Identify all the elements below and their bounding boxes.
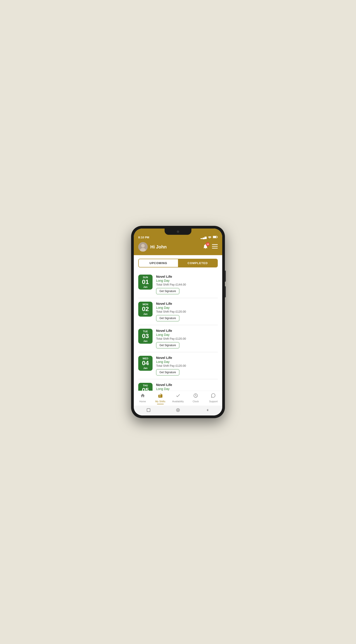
shift-company: Novel Life <box>156 302 218 306</box>
header: Hi John 19 <box>134 240 222 255</box>
date-badge: Sun 01 Jan <box>138 274 153 290</box>
shift-month: Jan <box>143 340 148 342</box>
wifi-icon <box>208 236 211 239</box>
notification-bell[interactable]: 19 <box>202 244 208 250</box>
shift-item: Mon 02 Jan Novel Life Long Day Total Shi… <box>138 298 218 325</box>
shift-num: 03 <box>142 333 149 340</box>
shift-details: Novel Life Long Day Total Shift Pay £120… <box>156 302 218 321</box>
shift-pay: Total Shift Pay £120.00 <box>156 310 218 313</box>
phone-screen: 8:10 PM ▂▄▆ <box>134 228 222 416</box>
tab-completed[interactable]: COMPLETED <box>178 259 217 267</box>
myshifts-icon <box>158 393 163 399</box>
nav-clock-label: Clock <box>192 400 199 403</box>
shift-details: Novel Life Long Day Total Shift Pay £120… <box>156 356 218 376</box>
clock-icon <box>193 393 198 399</box>
camera <box>177 230 179 233</box>
svg-point-4 <box>141 244 145 248</box>
shift-details: Novel Life Long Day Total Shift Pay £120… <box>156 329 218 348</box>
nav-myshifts-underline <box>157 404 164 404</box>
date-badge: Thu 05 Jan <box>138 383 153 391</box>
nav-support[interactable]: Support <box>204 393 222 404</box>
notch <box>165 228 191 235</box>
date-badge: Mon 02 Jan <box>138 302 153 317</box>
nav-support-label: Support <box>209 400 218 403</box>
avatar[interactable] <box>138 242 148 252</box>
svg-rect-10 <box>147 408 150 412</box>
nav-clock[interactable]: Clock <box>187 393 204 404</box>
nav-home-label: Home <box>139 400 146 403</box>
shifts-list: Sun 01 Jan Novel Life Long Day Total Shi… <box>134 271 222 391</box>
android-square[interactable] <box>146 408 151 412</box>
svg-rect-8 <box>212 248 218 249</box>
svg-rect-1 <box>213 236 216 238</box>
svg-point-12 <box>177 410 179 411</box>
shift-company: Novel Life <box>156 356 218 360</box>
shift-month: Jan <box>143 286 148 288</box>
shift-num: 04 <box>142 360 149 367</box>
status-time: 8:10 PM <box>138 236 149 239</box>
shift-pay: Total Shift Pay £120.00 <box>156 364 218 368</box>
shift-num: 05 <box>142 387 149 391</box>
svg-rect-2 <box>217 236 217 238</box>
shift-company: Novel Life <box>156 329 218 332</box>
status-icons: ▂▄▆ <box>200 236 218 239</box>
shift-details: Novel Life Long Day Total Shift Pay £120… <box>156 383 218 391</box>
shift-company: Novel Life <box>156 274 218 278</box>
android-home[interactable] <box>176 408 180 412</box>
menu-icon[interactable] <box>212 244 218 250</box>
shift-details: Novel Life Long Day Total Shift Pay £144… <box>156 274 218 294</box>
home-icon <box>140 393 145 399</box>
get-signature-button[interactable]: Get Signature <box>156 342 179 348</box>
get-signature-button[interactable]: Get Signature <box>156 369 179 376</box>
shift-item: Tue 03 Jan Novel Life Long Day Total Shi… <box>138 325 218 352</box>
date-badge: Tue 03 Jan <box>138 329 153 344</box>
bottom-nav: Home My Shifts Availability <box>134 391 222 406</box>
nav-home[interactable]: Home <box>134 393 152 404</box>
nav-myshifts[interactable]: My Shifts <box>152 393 169 404</box>
shift-item: Sun 01 Jan Novel Life Long Day Total Shi… <box>138 271 218 298</box>
shift-month: Jan <box>143 312 148 315</box>
nav-availability-label: Availability <box>172 400 184 403</box>
shift-num: 02 <box>142 306 149 312</box>
shift-num: 01 <box>142 278 149 286</box>
android-nav <box>134 406 222 416</box>
date-badge: Wed 04 Jan <box>138 356 153 371</box>
shift-type: Long Day <box>156 333 218 336</box>
tabs-container: UPCOMING COMPLETED <box>138 259 218 268</box>
shift-pay: Total Shift Pay £144.00 <box>156 283 218 286</box>
battery-icon <box>213 236 218 239</box>
greeting-text: Hi John <box>150 244 167 250</box>
header-right: 19 <box>202 244 218 250</box>
shift-type: Long Day <box>156 279 218 282</box>
phone-frame: 8:10 PM ▂▄▆ <box>131 226 225 418</box>
shift-type: Long Day <box>156 387 218 391</box>
shift-company: Novel Life <box>156 383 218 386</box>
shift-item: Thu 05 Jan Novel Life Long Day Total Shi… <box>138 379 218 391</box>
shift-item: Wed 04 Jan Novel Life Long Day Total Shi… <box>138 352 218 379</box>
get-signature-button[interactable]: Get Signature <box>156 288 179 294</box>
shift-type: Long Day <box>156 306 218 310</box>
tab-upcoming[interactable]: UPCOMING <box>139 259 178 267</box>
svg-rect-6 <box>212 244 218 245</box>
notification-count: 19 <box>206 242 210 246</box>
svg-rect-7 <box>212 246 218 247</box>
nav-myshifts-label: My Shifts <box>155 400 165 403</box>
header-left: Hi John <box>138 242 167 252</box>
nav-availability[interactable]: Availability <box>169 393 187 404</box>
shift-pay: Total Shift Pay £120.00 <box>156 337 218 340</box>
shift-type: Long Day <box>156 360 218 364</box>
signal-icon: ▂▄▆ <box>200 236 207 239</box>
availability-icon <box>176 393 180 399</box>
shift-month: Jan <box>143 367 148 370</box>
android-back[interactable] <box>205 408 210 412</box>
get-signature-button[interactable]: Get Signature <box>156 315 179 321</box>
support-icon <box>211 393 216 399</box>
